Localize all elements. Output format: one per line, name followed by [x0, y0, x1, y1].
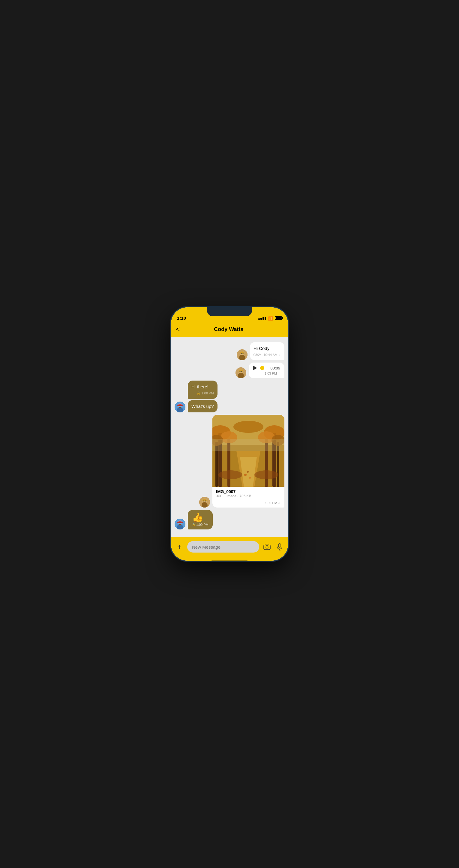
svg-rect-35 [212, 439, 285, 451]
message-time: 🔒 1:08 PM [191, 391, 214, 396]
voice-message-bubble: 00:09 1:03 PM ✓ [249, 363, 285, 378]
message-text: What's up? [191, 403, 214, 409]
svg-rect-52 [266, 544, 268, 545]
svg-point-36 [244, 474, 247, 476]
microphone-button[interactable] [275, 542, 285, 552]
svg-point-34 [254, 470, 278, 479]
voice-time: 1:03 PM ✓ [253, 372, 280, 375]
signal-icon [258, 317, 266, 320]
message-text: Hi there! [191, 383, 214, 390]
image-time: 1:09 PM ✓ [212, 501, 285, 507]
svg-point-49 [181, 522, 182, 523]
svg-point-14 [179, 405, 180, 406]
image-info: IMG_0007 JPEG Image · 735 KB [212, 487, 285, 501]
message-text: Hi Cody! [254, 345, 281, 351]
play-button[interactable] [253, 366, 257, 370]
wifi-icon: 📶 [268, 316, 273, 320]
message-time: 08/24, 10:44 AM ✓ [254, 353, 281, 357]
table-row: IMG_0007 JPEG Image · 735 KB 1:09 PM ✓ [174, 415, 285, 507]
voice-progress-dot [260, 366, 264, 370]
battery-icon [275, 316, 282, 320]
camera-button[interactable] [262, 542, 272, 552]
svg-rect-13 [177, 405, 183, 406]
svg-point-8 [240, 371, 240, 372]
voice-duration: 00:09 [270, 366, 280, 370]
table-row: Hi there! 🔒 1:08 PM What's up? [174, 380, 285, 412]
image-preview [212, 415, 285, 487]
svg-point-32 [233, 421, 263, 433]
message-bubble-incoming-2: What's up? [188, 400, 218, 412]
svg-point-3 [240, 353, 241, 354]
svg-point-37 [249, 477, 251, 479]
message-bubble-incoming-1: Hi there! 🔒 1:08 PM [188, 380, 218, 399]
svg-point-9 [241, 371, 242, 372]
status-icons: 📶 [258, 316, 282, 320]
table-row: 00:09 1:03 PM ✓ [174, 363, 285, 378]
avatar [174, 402, 186, 412]
emoji-content: 👍 [192, 513, 208, 522]
svg-point-4 [242, 353, 243, 354]
phone-screen: 1:10 📶 < Cody Watts [171, 307, 288, 561]
svg-point-42 [203, 500, 204, 501]
svg-point-38 [247, 471, 249, 473]
svg-point-43 [205, 500, 206, 501]
table-row: 👍 🔒 1:09 PM [174, 510, 285, 529]
input-bar: + [171, 537, 288, 556]
home-indicator [171, 556, 288, 561]
voice-controls: 00:09 [253, 366, 280, 370]
message-input[interactable] [187, 541, 259, 553]
avatar [174, 519, 186, 529]
message-bubble-outgoing-1: Hi Cody! 08/24, 10:44 AM ✓ [250, 342, 285, 360]
avatar [237, 349, 248, 360]
emoji-time: 🔒 1:09 PM [192, 523, 208, 526]
svg-rect-53 [278, 544, 281, 548]
image-meta: JPEG Image · 735 KB [216, 494, 281, 498]
avatar [235, 367, 246, 378]
home-bar [211, 560, 248, 561]
contact-name: Cody Watts [183, 326, 274, 333]
svg-point-15 [181, 405, 182, 406]
image-filename: IMG_0007 [216, 489, 281, 494]
image-message-bubble: IMG_0007 JPEG Image · 735 KB 1:09 PM ✓ [212, 415, 285, 507]
svg-rect-47 [177, 522, 183, 523]
table-row: Hi Cody! 08/24, 10:44 AM ✓ [174, 342, 285, 360]
notch [207, 307, 252, 316]
chat-area: Hi Cody! 08/24, 10:44 AM ✓ [171, 337, 288, 537]
back-button[interactable]: < [176, 326, 180, 333]
emoji-message-bubble: 👍 🔒 1:09 PM [188, 510, 213, 529]
phone-frame: 1:10 📶 < Cody Watts [171, 307, 288, 561]
avatar [199, 497, 210, 507]
svg-point-33 [219, 470, 242, 479]
add-button[interactable]: + [174, 542, 184, 552]
svg-point-51 [266, 546, 268, 548]
chat-header: < Cody Watts [171, 322, 288, 337]
svg-point-48 [179, 522, 180, 523]
